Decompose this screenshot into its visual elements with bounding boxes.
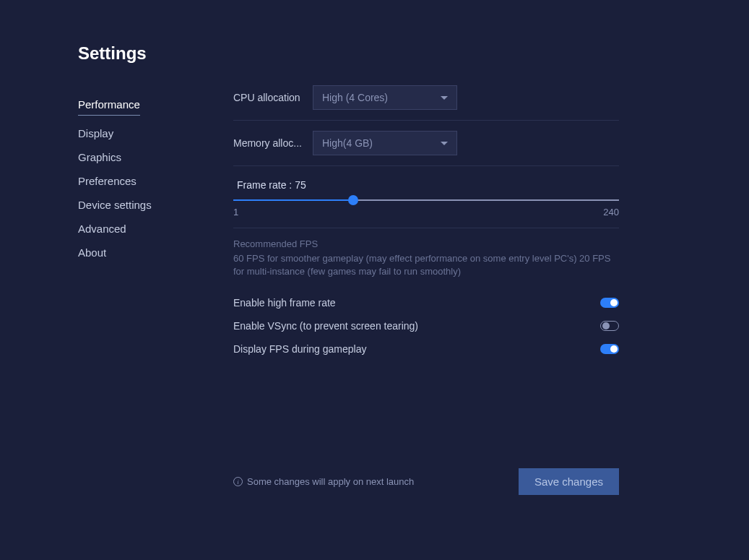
cpu-allocation-row: CPU allocation High (4 Cores): [233, 85, 619, 121]
vsync-toggle[interactable]: [600, 321, 619, 331]
cpu-allocation-label: CPU allocation: [233, 92, 313, 103]
info-icon: i: [233, 477, 243, 486]
sidebar-item-preferences[interactable]: Preferences: [78, 169, 233, 193]
toggle-knob: [610, 299, 618, 306]
sidebar: Settings Performance Display Graphics Pr…: [78, 43, 233, 560]
slider-thumb[interactable]: [348, 195, 358, 205]
sidebar-item-advanced[interactable]: Advanced: [78, 217, 233, 241]
sidebar-item-display[interactable]: Display: [78, 121, 233, 145]
display-fps-label: Display FPS during gameplay: [233, 343, 366, 355]
memory-allocation-row: Memory alloc... High(4 GB): [233, 121, 619, 166]
chevron-down-icon: [441, 96, 448, 100]
slider-max: 240: [603, 207, 619, 217]
toggle-row-display-fps: Display FPS during gameplay: [233, 337, 619, 361]
chevron-down-icon: [441, 142, 448, 145]
footer: i Some changes will apply on next launch…: [233, 468, 619, 495]
main-panel: CPU allocation High (4 Cores) Memory all…: [233, 43, 749, 560]
high-frame-toggle[interactable]: [600, 298, 619, 308]
save-button[interactable]: Save changes: [519, 468, 619, 495]
memory-allocation-label: Memory alloc...: [233, 137, 313, 149]
fps-info-section: Recommended FPS 60 FPS for smoother game…: [233, 228, 619, 361]
cpu-allocation-value: High (4 Cores): [322, 92, 388, 103]
frame-rate-section: Frame rate : 75 1 240: [233, 166, 619, 228]
vsync-label: Enable VSync (to prevent screen tearing): [233, 320, 418, 332]
slider-range: 1 240: [233, 207, 619, 217]
page-title: Settings: [78, 43, 233, 64]
sidebar-item-about[interactable]: About: [78, 241, 233, 264]
frame-rate-slider[interactable]: [233, 199, 619, 201]
slider-min: 1: [233, 207, 238, 217]
display-fps-toggle[interactable]: [600, 344, 619, 354]
toggle-knob: [602, 322, 610, 329]
memory-allocation-value: High(4 GB): [322, 137, 373, 149]
toggle-row-vsync: Enable VSync (to prevent screen tearing): [233, 314, 619, 337]
sidebar-item-performance[interactable]: Performance: [78, 92, 140, 116]
frame-rate-label: Frame rate : 75: [237, 179, 619, 191]
high-frame-label: Enable high frame rate: [233, 297, 336, 309]
toggle-knob: [610, 345, 618, 353]
fps-recommend-desc: 60 FPS for smoother gameplay (may effect…: [233, 252, 619, 278]
footer-note-text: Some changes will apply on next launch: [247, 476, 414, 487]
fps-recommend-title: Recommended FPS: [233, 238, 619, 249]
slider-fill: [233, 199, 353, 201]
footer-note: i Some changes will apply on next launch: [233, 476, 414, 487]
cpu-allocation-dropdown[interactable]: High (4 Cores): [313, 85, 457, 110]
sidebar-item-graphics[interactable]: Graphics: [78, 145, 233, 169]
sidebar-item-device-settings[interactable]: Device settings: [78, 193, 233, 217]
toggle-row-high-frame: Enable high frame rate: [233, 291, 619, 314]
memory-allocation-dropdown[interactable]: High(4 GB): [313, 131, 457, 155]
